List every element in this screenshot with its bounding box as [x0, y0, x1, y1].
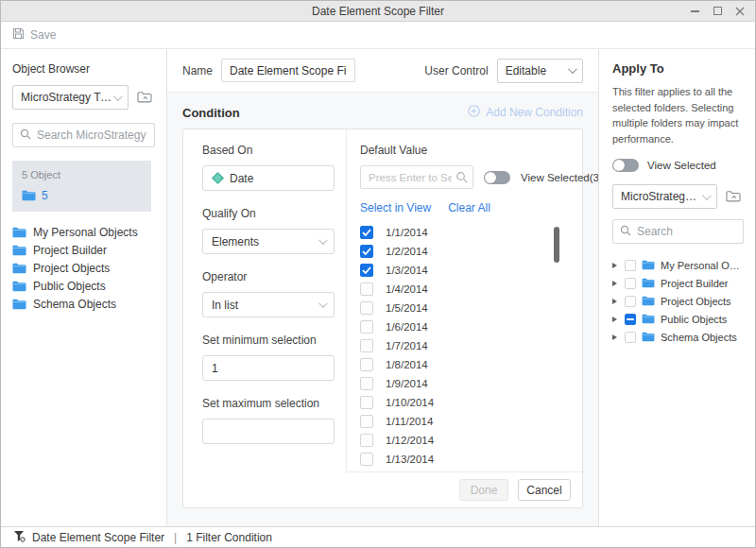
maximize-button[interactable]	[712, 6, 723, 17]
expand-caret-icon[interactable]	[612, 317, 617, 322]
element-row[interactable]: 1/2/2014	[360, 242, 573, 261]
minimize-button[interactable]	[689, 6, 700, 17]
element-row[interactable]: 1/9/2014	[360, 374, 573, 393]
element-checkbox[interactable]	[360, 358, 373, 371]
element-list: 1/1/2014	[360, 223, 573, 471]
chevron-down-icon	[568, 64, 577, 74]
folder-item[interactable]: Schema Objects	[12, 295, 155, 313]
user-control-select[interactable]: Editable	[497, 59, 583, 83]
selection-summary[interactable]: 5 Object 5	[12, 161, 151, 212]
search-icon	[620, 223, 631, 240]
operator-select[interactable]: In list	[202, 292, 335, 317]
user-control-value: Editable	[506, 64, 568, 77]
element-row[interactable]: 1/10/2014	[360, 393, 573, 412]
select-in-view-link[interactable]: Select in View	[360, 201, 431, 214]
apply-to-search-input[interactable]	[637, 225, 736, 238]
name-input[interactable]	[221, 59, 355, 82]
element-checkbox[interactable]	[360, 396, 373, 409]
qualify-on-select[interactable]: Elements	[202, 229, 335, 254]
element-row[interactable]: 1/14/2014	[360, 469, 573, 471]
element-row[interactable]: 1/8/2014	[360, 355, 573, 374]
browse-folder-button[interactable]	[723, 186, 744, 207]
expand-caret-icon[interactable]	[612, 281, 617, 286]
expand-caret-icon[interactable]	[612, 263, 617, 268]
tree-checkbox[interactable]	[625, 314, 636, 325]
expand-caret-icon[interactable]	[612, 334, 617, 340]
element-label: 1/13/2014	[386, 454, 434, 465]
apply-to-title: Apply To	[612, 61, 744, 76]
apply-to-description: This filter applies to all the selected …	[612, 84, 744, 146]
cancel-button[interactable]: Cancel	[518, 479, 571, 501]
element-checkbox[interactable]	[360, 264, 373, 277]
operator-label: Operator	[202, 270, 346, 283]
apply-to-search[interactable]	[612, 219, 744, 244]
element-label: 1/8/2014	[386, 359, 428, 370]
folder-label: Schema Objects	[33, 298, 116, 311]
view-selected-toggle[interactable]	[612, 159, 639, 172]
tree-item[interactable]: Schema Objects	[612, 328, 744, 346]
min-selection-input[interactable]	[212, 362, 325, 375]
element-row[interactable]: 1/11/2014	[360, 412, 573, 431]
folder-item[interactable]: Project Builder	[12, 241, 155, 259]
element-checkbox[interactable]	[360, 245, 373, 258]
tree-item[interactable]: Public Objects	[612, 310, 744, 328]
window-controls	[689, 6, 755, 17]
view-selected-toggle[interactable]	[484, 171, 510, 184]
element-checkbox[interactable]	[360, 453, 373, 466]
element-row[interactable]: 1/7/2014	[360, 336, 573, 355]
done-button[interactable]: Done	[459, 479, 508, 501]
tree-checkbox[interactable]	[625, 296, 636, 307]
element-list-viewport: 1/1/2014	[360, 223, 573, 471]
save-button[interactable]: Save	[12, 27, 56, 43]
element-row[interactable]: 1/6/2014	[360, 317, 573, 336]
folder-label: My Personal Objects	[33, 226, 138, 239]
project-selector[interactable]: MicroStrategy Tutorial	[612, 184, 717, 209]
based-on-field[interactable]: Date	[202, 165, 335, 191]
clear-all-link[interactable]: Clear All	[448, 201, 490, 214]
folder-item[interactable]: Project Objects	[12, 259, 155, 277]
folder-icon	[12, 281, 26, 292]
element-row[interactable]: 1/1/2014	[360, 223, 573, 242]
project-selector[interactable]: MicroStrategy Tutorial	[12, 85, 129, 110]
qualify-on-label: Qualify On	[202, 207, 346, 220]
qualify-on-value: Elements	[212, 235, 318, 248]
object-browser-search-input[interactable]	[37, 128, 147, 142]
element-checkbox[interactable]	[360, 339, 373, 352]
element-checkbox[interactable]	[360, 226, 373, 239]
browse-folder-button[interactable]	[134, 87, 155, 108]
chevron-down-icon	[318, 299, 328, 308]
tree-checkbox[interactable]	[625, 278, 636, 289]
max-selection-label: Set maximum selection	[202, 397, 346, 410]
operator-value: In list	[212, 299, 318, 312]
max-selection-input[interactable]	[212, 425, 325, 438]
folder-item[interactable]: Public Objects	[12, 277, 155, 295]
element-checkbox[interactable]	[360, 320, 373, 334]
tree-item[interactable]: Project Objects	[612, 292, 744, 310]
element-row[interactable]: 1/13/2014	[360, 450, 573, 469]
tree-item[interactable]: Project Builder	[612, 274, 744, 292]
tree-checkbox[interactable]	[625, 260, 636, 271]
folder-item[interactable]: My Personal Objects	[12, 223, 155, 241]
name-row: Name User Control Editable	[167, 49, 598, 93]
expand-caret-icon[interactable]	[612, 299, 617, 304]
element-checkbox[interactable]	[360, 415, 373, 428]
name-label: Name	[182, 64, 213, 77]
tree-item[interactable]: My Personal Objects	[612, 256, 744, 274]
element-checkbox[interactable]	[360, 377, 373, 390]
element-row[interactable]: 1/4/2014	[360, 280, 573, 299]
element-checkbox[interactable]	[360, 283, 373, 296]
close-button[interactable]	[734, 6, 746, 17]
add-new-condition-button[interactable]: Add New Condition	[468, 105, 583, 120]
element-row[interactable]: 1/3/2014	[360, 261, 573, 280]
save-label: Save	[30, 28, 56, 42]
object-browser-search[interactable]	[12, 123, 155, 147]
scrollbar-thumb[interactable]	[554, 227, 559, 263]
element-row[interactable]: 1/5/2014	[360, 299, 573, 317]
tree-item-label: Schema Objects	[661, 332, 737, 343]
element-label: 1/7/2014	[386, 340, 428, 351]
element-checkbox[interactable]	[360, 301, 373, 315]
card-footer: Done Cancel	[346, 471, 582, 507]
tree-checkbox[interactable]	[625, 332, 636, 343]
element-row[interactable]: 1/12/2014	[360, 431, 573, 450]
element-checkbox[interactable]	[360, 434, 373, 447]
